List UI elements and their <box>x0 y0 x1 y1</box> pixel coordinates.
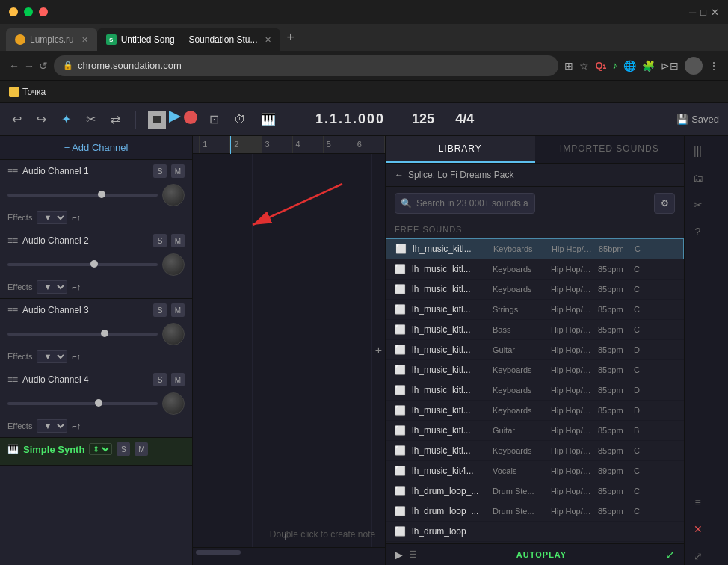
channel-4-solo-button[interactable]: S <box>153 373 167 386</box>
channel-3-volume-thumb[interactable] <box>101 330 108 337</box>
channel-2-volume-thumb[interactable] <box>90 260 98 268</box>
synth-channel-solo-button[interactable]: S <box>117 442 130 456</box>
tab-close-lumpics[interactable]: ✕ <box>81 35 88 45</box>
minimize-button[interactable] <box>9 7 18 16</box>
sound-item-4[interactable]: ⬜ lh_music_kitl... Bass Hip Hop/U... 85b… <box>386 320 684 340</box>
tab-imported-sounds[interactable]: IMPORTED SOUNDS <box>535 136 685 163</box>
channel-2-mute-button[interactable]: M <box>171 234 185 247</box>
title-bar-close-icon[interactable]: ✕ <box>711 7 719 18</box>
swap-button[interactable]: ⇄ <box>108 109 123 129</box>
channel-2-routing-icon[interactable]: ⌐↑ <box>72 282 81 291</box>
sound-item-13[interactable]: ⬜ lh_drum_loop_... Drum Ste... Hip Hop/U… <box>386 501 684 522</box>
tab-close-soundation[interactable]: ✕ <box>265 35 271 45</box>
library-list-button[interactable]: ☰ <box>409 549 417 560</box>
sound-item-0[interactable]: ⬜ lh_music_kitl... Keyboards Hip Hop/U..… <box>386 238 684 259</box>
channel-1-volume-thumb[interactable] <box>98 191 105 198</box>
save-icon[interactable]: 💾 <box>676 114 688 125</box>
channel-1-volume-slider[interactable] <box>7 194 158 197</box>
channel-4-volume-slider[interactable] <box>7 402 158 405</box>
channel-1-pan-knob[interactable] <box>162 184 185 206</box>
stop-button[interactable] <box>148 111 166 129</box>
channel-3-mute-button[interactable]: M <box>171 303 185 317</box>
forward-button[interactable]: → <box>24 60 34 72</box>
play-button[interactable] <box>169 111 181 123</box>
channel-4-effects-dropdown[interactable]: ▼ <box>37 419 67 433</box>
channel-4-mute-button[interactable]: M <box>171 373 185 386</box>
translate-icon[interactable]: ⊞ <box>564 60 573 72</box>
sound-item-3[interactable]: ⬜ lh_music_kitl... Strings Hip Hop/U... … <box>386 300 684 320</box>
puzzle-icon[interactable]: 🧩 <box>642 60 655 72</box>
channel-4-pan-knob[interactable] <box>162 392 185 415</box>
channel-1-solo-button[interactable]: S <box>153 164 167 178</box>
sound-item-14[interactable]: ⬜ lh_drum_loop <box>386 522 684 542</box>
title-bar-minimize-icon[interactable]: ─ <box>689 7 696 18</box>
channel-3-effects-dropdown[interactable]: ▼ <box>37 350 67 363</box>
url-bar[interactable]: 🔒 chrome.soundation.com <box>54 55 558 76</box>
channel-2-volume-slider[interactable] <box>7 263 158 266</box>
title-bar-maximize-icon[interactable]: □ <box>700 7 706 18</box>
search-input[interactable] <box>395 193 535 214</box>
sound-item-10[interactable]: ⬜ lh_music_kitl... Keyboards Hip Hop/U..… <box>386 441 684 461</box>
scrollbar-thumb[interactable] <box>196 550 241 555</box>
channel-1-mute-button[interactable]: M <box>171 164 185 178</box>
sidebar-expand-icon[interactable]: ⤢ <box>691 547 706 565</box>
sidebar-close-icon[interactable]: ✕ <box>691 520 706 538</box>
breadcrumb-back-button[interactable]: ← <box>395 170 404 180</box>
profile-avatar[interactable] <box>685 57 703 75</box>
back-button[interactable]: ← <box>9 60 19 72</box>
channel-3-solo-button[interactable]: S <box>153 303 167 317</box>
library-expand-button[interactable]: ⤢ <box>666 549 675 561</box>
reload-button[interactable]: ↺ <box>39 60 48 72</box>
sound-item-8[interactable]: ⬜ lh_music_kitl... Keyboards Hip Hop/U..… <box>386 401 684 421</box>
tab-library[interactable]: LIBRARY <box>386 136 535 163</box>
magnet-button[interactable]: ✦ <box>58 109 74 129</box>
channel-2-pan-knob[interactable] <box>162 253 185 276</box>
tab-soundation[interactable]: S Untitled Song — Soundation Stu... ✕ <box>97 28 281 51</box>
synth-channel-instrument-select[interactable]: ⇕ <box>89 443 112 455</box>
metronome-button[interactable]: ⏱ <box>231 110 249 129</box>
channel-3-routing-icon[interactable]: ⌐↑ <box>72 352 81 361</box>
sound-item-7[interactable]: ⬜ lh_music_kitl... Keyboards Hip Hop/U..… <box>386 380 684 401</box>
profile-icon-1[interactable]: Q₁ <box>595 60 606 71</box>
tab-lumpics[interactable]: Lumpics.ru ✕ <box>6 28 97 51</box>
record-button[interactable] <box>184 111 197 124</box>
maximize-button[interactable] <box>24 7 33 16</box>
add-track-right-button[interactable]: + <box>375 344 382 357</box>
sidebar-help-icon[interactable]: ? <box>692 223 704 241</box>
sound-item-6[interactable]: ⬜ lh_music_kitl... Keyboards Hip Hop/U..… <box>386 360 684 380</box>
sound-item-5[interactable]: ⬜ lh_music_kitl... Guitar Hip Hop/U... 8… <box>386 340 684 360</box>
add-channel-button[interactable]: + Add Channel <box>0 136 192 160</box>
globe-icon[interactable]: 🌐 <box>623 60 636 72</box>
sidebar-scissors-icon[interactable]: ✂ <box>691 196 706 214</box>
cast-icon[interactable]: ⊳⊟ <box>661 60 679 72</box>
channel-3-pan-knob[interactable] <box>162 323 185 345</box>
library-play-button[interactable]: ▶ <box>395 549 403 561</box>
piano-button[interactable]: 🎹 <box>258 109 279 129</box>
sound-item-11[interactable]: ⬜ lh_music_kit4... Vocals Hip Hop/U... 8… <box>386 461 684 481</box>
bookmark-item-tochka[interactable]: Точка <box>9 87 46 97</box>
undo-button[interactable]: ↩ <box>9 109 25 129</box>
channel-2-effects-dropdown[interactable]: ▼ <box>37 280 67 294</box>
extension-icon-green[interactable]: ♪ <box>613 60 618 71</box>
channel-1-routing-icon[interactable]: ⌐↑ <box>72 213 81 222</box>
synth-channel-mute-button[interactable]: M <box>135 442 148 456</box>
autoplay-button[interactable]: AUTOPLAY <box>516 550 567 559</box>
sidebar-menu-icon[interactable]: ≡ <box>691 493 703 511</box>
star-icon[interactable]: ☆ <box>579 60 589 72</box>
channel-4-routing-icon[interactable]: ⌐↑ <box>72 422 81 430</box>
scissors-button[interactable]: ✂ <box>83 109 99 129</box>
sound-item-1[interactable]: ⬜ lh_music_kitl... Keyboards Hip Hop/U..… <box>386 259 684 280</box>
channel-3-volume-slider[interactable] <box>7 333 158 336</box>
sidebar-waveform-icon[interactable]: ||| <box>691 142 705 160</box>
timeline-scrollbar[interactable] <box>193 547 385 556</box>
sound-item-2[interactable]: ⬜ lh_music_kitl... Keyboards Hip Hop/U..… <box>386 280 684 300</box>
bpm-display[interactable]: 125 <box>412 111 434 127</box>
channel-1-effects-dropdown[interactable]: ▼ <box>37 211 67 224</box>
time-signature-display[interactable]: 4/4 <box>455 111 474 127</box>
search-filter-button[interactable]: ⚙ <box>654 193 675 214</box>
menu-dots-icon[interactable]: ⋮ <box>709 60 719 72</box>
new-tab-button[interactable]: + <box>286 30 294 46</box>
channel-2-solo-button[interactable]: S <box>153 234 167 247</box>
add-track-bottom-button[interactable]: + <box>282 531 289 544</box>
channel-4-volume-thumb[interactable] <box>95 399 102 407</box>
